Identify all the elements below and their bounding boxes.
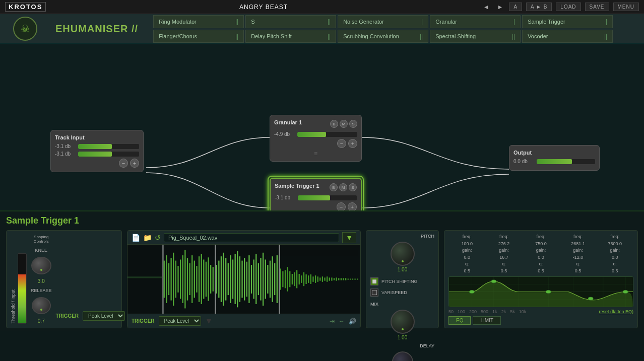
eq-reset-btn[interactable]: reset (flatten EQ) bbox=[599, 309, 633, 314]
load-button[interactable]: LOAD bbox=[556, 3, 581, 11]
trigger-label: TRIGGER bbox=[56, 313, 79, 319]
granular1-node[interactable]: Granular 1 B M S -4.9 db − + ≡ bbox=[270, 115, 362, 162]
svg-rect-49 bbox=[267, 265, 268, 294]
mix-knob-dot bbox=[402, 328, 404, 330]
nav-granular[interactable]: Granular | bbox=[430, 15, 521, 28]
top-bar: KROTOS ANGRY BEAST ◄ ► A A ► B LOAD SAVE… bbox=[0, 0, 644, 14]
svg-rect-9 bbox=[173, 253, 174, 306]
svg-rect-36 bbox=[237, 251, 238, 308]
eq-q-4: 0.5 bbox=[575, 268, 582, 275]
nav-noise-generator[interactable]: Noise Generator | bbox=[338, 15, 428, 28]
nav-icon: || bbox=[512, 33, 515, 40]
granular1-m-btn[interactable]: M bbox=[340, 120, 348, 128]
comp-panel: Threshold / Input Shaping Controls KNEE … bbox=[6, 230, 122, 328]
svg-rect-11 bbox=[177, 266, 178, 293]
eq-freq-2k: 2k bbox=[501, 309, 506, 314]
svg-rect-17 bbox=[191, 255, 192, 303]
st1-b-btn[interactable]: B bbox=[330, 183, 338, 191]
wave-volume-btn[interactable]: 🔊 bbox=[349, 318, 356, 325]
mix-knob[interactable] bbox=[391, 310, 415, 334]
granular1-s-btn[interactable]: S bbox=[349, 120, 357, 128]
svg-point-103 bbox=[623, 291, 628, 294]
prev-button[interactable]: ◄ bbox=[481, 4, 491, 11]
limit-tab[interactable]: LIMIT bbox=[473, 316, 501, 325]
wave-folder-btn[interactable]: 📁 bbox=[143, 234, 152, 242]
granular1-b-btn[interactable]: B bbox=[330, 120, 338, 128]
a-button[interactable]: A bbox=[509, 3, 522, 11]
granular1-plus[interactable]: + bbox=[348, 139, 357, 148]
wave-new-btn[interactable]: 📄 bbox=[132, 234, 140, 242]
granular1-minus[interactable]: − bbox=[337, 139, 346, 148]
eq-freq-5k: 5k bbox=[510, 309, 515, 314]
output-node[interactable]: Output 0.0 db bbox=[509, 145, 600, 171]
pitch-shifting-switch[interactable]: ■ bbox=[370, 277, 378, 285]
nav-icon: | bbox=[606, 18, 607, 25]
nav-flanger-chorus[interactable]: Flanger/Chorus || bbox=[153, 30, 244, 43]
nav-scrubbing-convolution[interactable]: Scrubbing Convolution || bbox=[338, 30, 428, 43]
st1-m-btn[interactable]: M bbox=[339, 183, 347, 191]
nav-pitch-shifting[interactable]: S || bbox=[245, 15, 336, 28]
ctrl-panel: PITCH 1.00 ■ PITCH SHIFTING □ VARISPEED … bbox=[366, 230, 439, 328]
st1-s-btn[interactable]: S bbox=[349, 183, 357, 191]
knee-knob[interactable] bbox=[31, 257, 51, 274]
svg-rect-74 bbox=[327, 276, 328, 282]
track-input-minus[interactable]: − bbox=[119, 159, 128, 168]
delay-knob-container: 0 bbox=[392, 351, 413, 361]
nav-icon: | bbox=[421, 18, 423, 25]
svg-rect-59 bbox=[292, 274, 293, 284]
svg-rect-8 bbox=[170, 258, 171, 300]
knee-value: 3.0 bbox=[38, 278, 45, 284]
st1-plus[interactable]: + bbox=[348, 202, 357, 210]
svg-rect-63 bbox=[301, 275, 302, 283]
track-input-plus[interactable]: + bbox=[130, 159, 139, 168]
pitch-shifting-row: ■ PITCH SHIFTING bbox=[370, 277, 434, 285]
nav-label: Spectral Shifting bbox=[435, 33, 476, 39]
delay-knob[interactable] bbox=[392, 351, 413, 361]
eq-q-3: 0.5 bbox=[538, 268, 544, 275]
sample-trigger1-node[interactable]: Sample Trigger 1 B M S -3.1 db − + ≡ bbox=[270, 178, 362, 210]
wave-zoom-btn[interactable]: ↔ bbox=[339, 318, 345, 325]
nav-label: Flanger/Chorus bbox=[159, 33, 197, 39]
release-knob[interactable] bbox=[32, 297, 51, 314]
svg-rect-54 bbox=[280, 268, 281, 290]
svg-rect-14 bbox=[184, 250, 185, 309]
track-input-node[interactable]: Track Input -3.1 db -3.1 db − + bbox=[50, 130, 144, 172]
output-fill bbox=[537, 159, 572, 164]
svg-rect-58 bbox=[289, 271, 290, 287]
nav-delay-pitch-shift[interactable]: Delay Pitch Shift || bbox=[245, 30, 336, 43]
svg-rect-31 bbox=[225, 258, 226, 300]
next-button[interactable]: ► bbox=[495, 4, 505, 11]
varispeed-switch[interactable]: □ bbox=[370, 288, 378, 297]
eq-tab[interactable]: EQ bbox=[448, 316, 471, 325]
st1-minus[interactable]: − bbox=[337, 202, 346, 210]
save-button[interactable]: SAVE bbox=[585, 3, 609, 11]
svg-rect-79 bbox=[338, 278, 339, 280]
handle-icon: ≡ bbox=[314, 150, 317, 157]
st1-title-row: Sample Trigger 1 B M S bbox=[275, 183, 357, 192]
eq-chart[interactable] bbox=[448, 276, 633, 307]
bottom-content: Threshold / Input Shaping Controls KNEE … bbox=[6, 230, 638, 328]
nav-label: Vocoder bbox=[528, 33, 548, 39]
eq-gain-5: 0.0 bbox=[612, 254, 618, 261]
wave-trigger-select[interactable]: Peak Level RMS Level Gate bbox=[159, 316, 201, 326]
node-graph: Track Input -3.1 db -3.1 db − + Granu bbox=[0, 44, 644, 210]
wave-refresh-btn[interactable]: ↺ bbox=[155, 234, 161, 242]
eq-q-5: 0.5 bbox=[612, 268, 618, 275]
eq-freq-5: 7500.0 bbox=[608, 241, 622, 248]
svg-rect-81 bbox=[343, 278, 344, 280]
nav-sample-trigger[interactable]: Sample Trigger | bbox=[522, 15, 613, 28]
nav-ring-modulator[interactable]: Ring Modulator || bbox=[153, 15, 244, 28]
wave-dropdown-btn[interactable]: ▼ bbox=[342, 232, 356, 243]
svg-rect-7 bbox=[168, 263, 169, 295]
nav-vocoder[interactable]: Vocoder || bbox=[522, 30, 613, 43]
menu-button[interactable]: MENU bbox=[613, 3, 639, 11]
eq-gain-2: 16.7 bbox=[499, 254, 508, 261]
nav-spectral-shifting[interactable]: Spectral Shifting || bbox=[430, 30, 521, 43]
svg-rect-82 bbox=[345, 278, 346, 280]
pitch-knob[interactable] bbox=[391, 242, 415, 266]
svg-rect-10 bbox=[175, 261, 176, 298]
trigger-select[interactable]: Peak Level RMS Level Gate bbox=[83, 311, 125, 321]
comp-meter-vert bbox=[18, 253, 27, 324]
a-to-b-button[interactable]: A ► B bbox=[526, 3, 552, 11]
wave-cursor-btn[interactable]: ⇥ bbox=[330, 318, 335, 325]
